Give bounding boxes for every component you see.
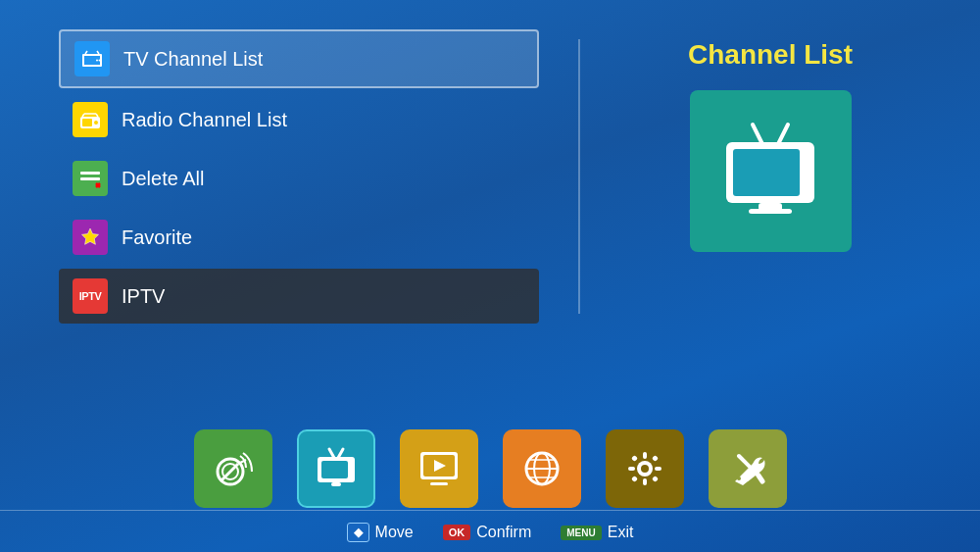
svg-line-5 [97, 51, 99, 54]
tools-button[interactable] [709, 429, 787, 508]
delete-all-label: Delete All [122, 168, 205, 190]
svg-line-10 [96, 114, 98, 117]
confirm-label: Confirm [476, 524, 531, 541]
svg-point-33 [348, 465, 353, 470]
menu-item-delete[interactable]: Delete All [59, 151, 539, 206]
bottom-toolbar [0, 429, 980, 508]
svg-rect-32 [321, 461, 348, 478]
menu-item-radio[interactable]: Radio Channel List [59, 92, 539, 147]
move-badge: ◆ [347, 523, 369, 542]
svg-rect-50 [655, 467, 662, 471]
iptv-label: IPTV [122, 285, 165, 308]
svg-line-29 [329, 449, 334, 458]
svg-line-18 [778, 125, 788, 144]
svg-rect-39 [430, 482, 448, 485]
svg-line-30 [338, 449, 343, 458]
svg-point-46 [641, 465, 649, 473]
hint-exit: MENU Exit [561, 524, 633, 541]
svg-rect-35 [331, 482, 341, 486]
main-content: TV Channel List Radio Channel List [0, 0, 980, 373]
hint-move: ◆ Move [347, 523, 414, 542]
settings-button[interactable] [606, 429, 684, 508]
svg-point-3 [99, 60, 101, 62]
svg-point-21 [801, 163, 808, 171]
channel-tv-icon-box [690, 90, 852, 252]
svg-rect-52 [651, 455, 658, 462]
satellite-button[interactable] [194, 429, 272, 508]
svg-rect-49 [628, 467, 635, 471]
confirm-badge: OK [443, 525, 471, 540]
svg-point-22 [801, 176, 808, 183]
menu-item-favorite[interactable]: Favorite [59, 210, 539, 265]
svg-line-4 [85, 51, 87, 54]
delete-all-icon [73, 161, 108, 196]
svg-rect-12 [80, 172, 100, 175]
bottom-divider [0, 510, 980, 511]
menu-panel: TV Channel List Radio Channel List [59, 29, 539, 343]
svg-point-2 [96, 60, 98, 62]
radio-channel-icon [73, 102, 108, 137]
svg-marker-16 [82, 228, 99, 244]
move-label: Move [375, 524, 414, 541]
svg-rect-20 [733, 149, 800, 196]
svg-rect-13 [80, 177, 100, 180]
favorite-label: Favorite [122, 226, 192, 249]
channel-list-title: Channel List [688, 39, 853, 71]
svg-rect-24 [749, 209, 792, 214]
svg-rect-7 [82, 119, 92, 126]
footer-hints: ◆ Move OK Confirm MENU Exit [0, 523, 980, 542]
tv-channel-icon [74, 41, 110, 76]
svg-point-55 [737, 477, 741, 480]
exit-label: Exit [608, 524, 634, 541]
iptv-icon: IPTV [73, 278, 108, 314]
svg-rect-47 [643, 452, 647, 459]
menu-item-iptv[interactable]: IPTV IPTV [59, 269, 539, 324]
svg-point-34 [348, 472, 353, 477]
favorite-icon [73, 220, 108, 255]
svg-rect-53 [630, 476, 637, 482]
svg-rect-48 [643, 478, 647, 485]
svg-line-57 [759, 476, 762, 481]
svg-rect-51 [630, 455, 637, 462]
globe-button[interactable] [503, 429, 581, 508]
vertical-divider [578, 39, 580, 314]
svg-point-8 [94, 121, 99, 125]
tv-channel-label: TV Channel List [123, 48, 263, 71]
right-panel: Channel List [619, 29, 921, 343]
svg-line-9 [82, 114, 84, 117]
tv-button[interactable] [297, 429, 375, 508]
svg-rect-54 [651, 476, 658, 482]
hint-confirm: OK Confirm [443, 524, 532, 541]
radio-channel-label: Radio Channel List [122, 109, 287, 131]
exit-badge: MENU [561, 526, 601, 540]
menu-item-tv[interactable]: TV Channel List [59, 29, 539, 88]
svg-line-17 [753, 125, 762, 144]
media-button[interactable] [400, 429, 478, 508]
